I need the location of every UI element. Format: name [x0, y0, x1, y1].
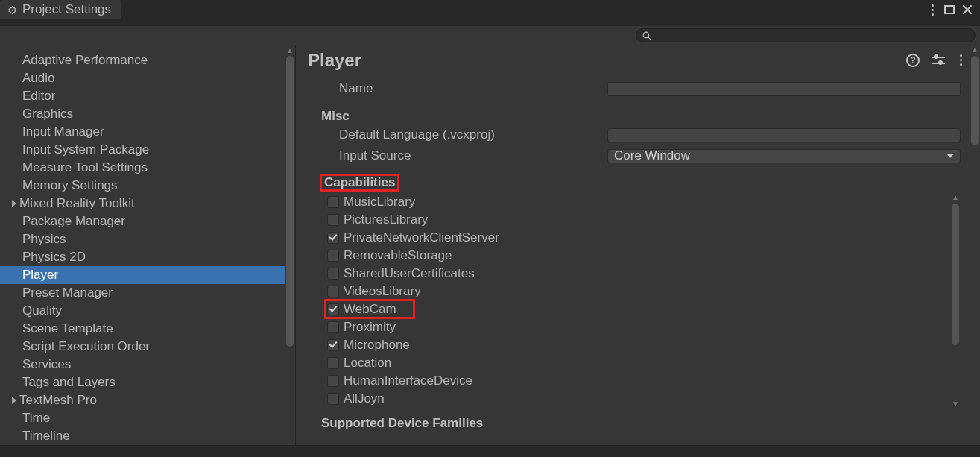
sidebar-item-package-manager[interactable]: Package Manager	[0, 212, 295, 230]
capability-label: RemovableStorage	[344, 248, 452, 263]
input-source-select[interactable]: Core Window	[607, 149, 961, 163]
sidebar-item-label: Memory Settings	[22, 178, 118, 192]
help-icon[interactable]: ?	[906, 54, 920, 67]
panel-menu-icon[interactable]	[957, 51, 965, 69]
sidebar-item-label: Mixed Reality Toolkit	[19, 196, 135, 210]
capability-checkbox[interactable]	[327, 339, 339, 351]
status-bar	[0, 445, 980, 457]
capability-checkbox[interactable]	[327, 196, 339, 208]
sidebar-item-label: TextMesh Pro	[19, 393, 97, 407]
input-source-value: Core Window	[614, 148, 690, 163]
tab-title: Project Settings	[22, 2, 111, 17]
capability-location: Location	[327, 354, 961, 372]
search-row	[0, 25, 980, 45]
capability-checkbox[interactable]	[327, 214, 339, 226]
sidebar-item-script-execution-order[interactable]: Script Execution Order	[0, 338, 295, 356]
sidebar-scroll-thumb[interactable]	[286, 56, 294, 347]
content-scrollbar[interactable]: ▲ ▼	[970, 75, 980, 455]
preset-icon[interactable]	[932, 54, 945, 66]
input-source-label: Input Source	[339, 148, 600, 163]
sidebar-item-audio[interactable]: Audio	[0, 69, 295, 87]
capabilities-scroll-thumb[interactable]	[952, 204, 959, 345]
sidebar-item-label: Audio	[22, 71, 54, 85]
capability-checkbox[interactable]	[327, 303, 339, 315]
cap-scroll-up-arrow[interactable]: ▲	[950, 193, 961, 201]
check-icon	[329, 232, 337, 240]
sidebar-item-physics-2d[interactable]: Physics 2D	[0, 248, 295, 266]
capability-alljoyn: AllJoyn	[327, 390, 961, 408]
sidebar-item-memory-settings[interactable]: Memory Settings	[0, 177, 295, 195]
content-panel: Player ? Name Misc	[296, 45, 980, 455]
capability-label: Location	[344, 356, 391, 371]
check-icon	[329, 303, 337, 312]
capability-pictureslibrary: PicturesLibrary	[327, 211, 961, 229]
capability-label: Microphone	[344, 338, 410, 353]
capabilities-heading: Capabilities	[321, 175, 398, 190]
capability-checkbox[interactable]	[327, 268, 339, 280]
capability-checkbox[interactable]	[327, 232, 339, 244]
check-icon	[329, 339, 337, 347]
misc-heading: Misc	[321, 109, 350, 123]
sidebar-item-label: Physics 2D	[22, 250, 86, 264]
sidebar-item-adaptive-performance[interactable]: Adaptive Performance	[0, 51, 295, 69]
capability-checkbox[interactable]	[327, 321, 339, 333]
sidebar-item-label: Physics	[22, 232, 66, 246]
name-field[interactable]	[607, 82, 961, 96]
sidebar-item-label: Time	[22, 411, 50, 425]
sidebar-item-quality[interactable]: Quality	[0, 302, 295, 320]
page-title: Player	[308, 50, 361, 71]
sidebar-item-measure-tool-settings[interactable]: Measure Tool Settings	[0, 159, 295, 177]
sidebar-item-textmesh-pro[interactable]: TextMesh Pro	[0, 391, 295, 409]
capability-label: AllJoyn	[344, 391, 385, 406]
sidebar-item-input-system-package[interactable]: Input System Package	[0, 141, 295, 159]
titlebar: ⚙ Project Settings	[0, 0, 980, 25]
supported-device-families-heading: Supported Device Families	[321, 416, 483, 430]
sidebar-item-editor[interactable]: Editor	[0, 87, 295, 105]
sidebar-item-label: Services	[22, 357, 71, 371]
sidebar-item-label: Adaptive Performance	[22, 53, 148, 67]
expand-icon	[12, 200, 16, 207]
sidebar-item-player[interactable]: Player	[0, 266, 295, 284]
capability-sharedusercertificates: SharedUserCertificates	[327, 265, 961, 283]
capability-label: MusicLibrary	[344, 195, 415, 209]
sidebar-item-input-manager[interactable]: Input Manager	[0, 123, 295, 141]
sidebar-item-tags-and-layers[interactable]: Tags and Layers	[0, 374, 295, 391]
capability-checkbox[interactable]	[327, 286, 339, 297]
svg-line-1	[648, 37, 651, 39]
capabilities-scrollbar[interactable]: ▲ ▼	[950, 193, 961, 408]
content-scroll-thumb[interactable]	[971, 75, 979, 145]
capability-checkbox[interactable]	[327, 357, 339, 369]
sidebar-item-scene-template[interactable]: Scene Template	[0, 320, 295, 338]
capability-microphone: Microphone	[327, 336, 961, 354]
capability-label: HumanInterfaceDevice	[344, 374, 472, 388]
sidebar-item-physics[interactable]: Physics	[0, 230, 295, 248]
sidebar-item-label: Input System Package	[22, 142, 149, 157]
sidebar-item-label: Package Manager	[22, 214, 125, 228]
sidebar-item-mixed-reality-toolkit[interactable]: Mixed Reality Toolkit	[0, 195, 295, 212]
close-icon[interactable]	[962, 4, 973, 15]
kebab-menu-icon[interactable]	[929, 1, 937, 19]
capability-musiclibrary: MusicLibrary	[327, 193, 961, 211]
chevron-down-icon	[946, 154, 954, 158]
capability-label: WebCam	[344, 302, 396, 317]
sidebar-item-timeline[interactable]: Timeline	[0, 427, 295, 445]
project-settings-tab[interactable]: ⚙ Project Settings	[0, 0, 121, 19]
expand-icon	[12, 397, 16, 404]
sidebar-item-label: Script Execution Order	[22, 339, 150, 353]
sidebar-item-services[interactable]: Services	[0, 356, 295, 374]
name-label: Name	[339, 81, 600, 96]
sidebar-item-time[interactable]: Time	[0, 409, 295, 427]
sidebar-scrollbar[interactable]: ▲ ▼	[285, 45, 295, 455]
capability-videoslibrary: VideosLibrary	[327, 283, 961, 300]
sidebar-item-graphics[interactable]: Graphics	[0, 105, 295, 123]
search-input[interactable]	[636, 28, 976, 42]
cap-scroll-down-arrow[interactable]: ▼	[950, 400, 961, 408]
maximize-icon[interactable]	[944, 5, 955, 14]
capability-checkbox[interactable]	[327, 393, 339, 405]
default-language-field[interactable]	[607, 128, 961, 142]
capability-checkbox[interactable]	[327, 375, 339, 387]
scroll-up-arrow[interactable]: ▲	[285, 45, 295, 56]
capability-checkbox[interactable]	[327, 250, 339, 262]
capability-label: PrivateNetworkClientServer	[344, 230, 499, 245]
sidebar-item-preset-manager[interactable]: Preset Manager	[0, 284, 295, 302]
